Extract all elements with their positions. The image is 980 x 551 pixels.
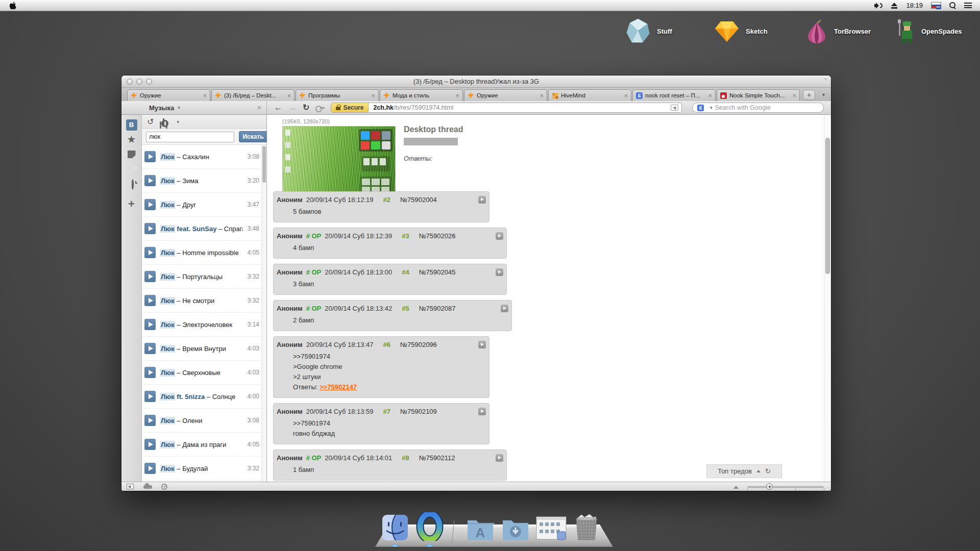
post-line-text[interactable]: >>75901974: [293, 419, 330, 427]
bookmarks-panel-icon[interactable]: ★: [127, 134, 136, 144]
menu-item[interactable]: [95, 0, 105, 11]
top-threads-button[interactable]: Топ тредов ↻: [706, 464, 782, 478]
zoom-menu-icon[interactable]: [733, 486, 739, 489]
track-row[interactable]: Люк – Электрочеловек 3:14: [142, 313, 266, 337]
op-image-thumbnail[interactable]: [282, 126, 396, 198]
menu-item[interactable]: [75, 0, 85, 11]
track-row[interactable]: Люк – Португальцы 3:32: [142, 265, 266, 289]
play-button[interactable]: [144, 319, 156, 330]
spotlight-icon[interactable]: [949, 2, 956, 9]
url-text[interactable]: 2ch.hk/b/res/75901974.html: [373, 104, 453, 111]
menu-item[interactable]: [23, 0, 34, 11]
window-corner-icon[interactable]: ⌝: [824, 78, 827, 84]
panel-close-icon[interactable]: ×: [257, 104, 261, 112]
content-scrollbar[interactable]: [824, 115, 830, 482]
post-reply-link[interactable]: >>75902147: [320, 383, 357, 391]
back-button[interactable]: ←: [274, 104, 282, 112]
play-button[interactable]: [144, 223, 156, 234]
menu-item[interactable]: [44, 0, 54, 11]
post-expand-button[interactable]: [478, 341, 486, 348]
post-index-link[interactable]: #4: [402, 268, 409, 276]
track-title[interactable]: Люк – Не смотри: [160, 297, 243, 305]
post-index-link[interactable]: #3: [402, 232, 409, 240]
post-number-link[interactable]: №75902096: [400, 341, 437, 348]
post-line-text[interactable]: 4 бамп: [293, 244, 314, 252]
track-title[interactable]: Люк – Зима: [160, 177, 243, 185]
tab-list-dropdown-icon[interactable]: ▾: [822, 92, 825, 97]
post-line-text[interactable]: Ответы:: [293, 383, 318, 391]
zoom-slider-knob[interactable]: [766, 483, 773, 490]
track-title[interactable]: Люк – Португальцы: [160, 273, 243, 281]
track-title[interactable]: Люк feat. SunSay – Спрага: [160, 225, 243, 233]
desktop-icon-openspades[interactable]: OpenSpades: [895, 18, 980, 44]
desktop-icon-torbrowser[interactable]: TorBrowser: [805, 18, 892, 44]
panel-toggle-icon[interactable]: [127, 484, 134, 489]
track-title[interactable]: Люк – Homme impossible: [160, 249, 243, 257]
tab-close-icon[interactable]: ×: [624, 92, 628, 99]
track-title[interactable]: Люк – Сахалин: [160, 153, 243, 161]
post-expand-button[interactable]: [478, 408, 486, 415]
desktop-icon-stuff[interactable]: Stuff: [625, 18, 712, 44]
post-line-text[interactable]: >Google chrome: [293, 363, 342, 370]
post-index-link[interactable]: #7: [383, 408, 390, 415]
play-button[interactable]: [144, 415, 156, 426]
panel-scrollbar[interactable]: [261, 145, 266, 482]
window-titlebar[interactable]: (3) /Б/ред – Desktop threadУжал из-за 3G…: [121, 76, 831, 88]
track-row[interactable]: Люк – Сахалин 3:08: [142, 145, 266, 169]
track-title[interactable]: Люк – Электрочеловек: [160, 321, 243, 329]
dock-finder-icon[interactable]: [382, 514, 408, 543]
track-title[interactable]: Люк – Время Внутри: [160, 345, 243, 353]
share-icon[interactable]: [671, 105, 678, 111]
menu-item[interactable]: [34, 0, 44, 11]
browser-tab[interactable]: Программы ×: [296, 89, 379, 101]
post-expand-button[interactable]: [496, 454, 503, 462]
play-button[interactable]: [144, 199, 156, 210]
notes-panel-icon[interactable]: [128, 151, 136, 158]
music-search-input[interactable]: [146, 132, 234, 142]
music-search-button[interactable]: Искать: [239, 131, 267, 142]
dock-minimized-window[interactable]: [536, 516, 567, 543]
play-button[interactable]: [144, 367, 156, 378]
track-row[interactable]: Люк – Не смотри 3:32: [142, 289, 266, 313]
post-line-text[interactable]: >>75901974: [293, 353, 330, 360]
track-row[interactable]: Люк – Олени 3:08: [142, 409, 266, 433]
post-number-link[interactable]: №75902026: [419, 232, 456, 240]
tab-close-icon[interactable]: ×: [203, 92, 207, 99]
browser-tab[interactable]: Оружие ×: [127, 89, 210, 101]
play-button[interactable]: [144, 271, 156, 282]
post-expand-button[interactable]: [478, 196, 486, 204]
refresh-icon[interactable]: ↻: [765, 468, 771, 474]
dock-applications-folder-icon[interactable]: A: [466, 516, 495, 543]
menu-item[interactable]: [64, 0, 75, 11]
track-title[interactable]: Люк – Будулай: [160, 465, 243, 472]
track-row[interactable]: Люк – Сверхновые 4:03: [142, 361, 266, 385]
play-button[interactable]: [144, 175, 156, 186]
post-expand-button[interactable]: [496, 268, 503, 276]
gear-icon[interactable]: [160, 118, 167, 126]
track-row[interactable]: Люк ft. 5nizza – Солнце 4:00: [142, 385, 266, 409]
search-engine-caret-icon[interactable]: ▾: [710, 105, 713, 110]
track-title[interactable]: Люк – Дама из праги: [160, 441, 243, 448]
post-number-link[interactable]: №75902087: [419, 305, 456, 312]
track-row[interactable]: Люк – Зима 3:20: [142, 169, 266, 193]
desktop-icon-sketch[interactable]: Sketch: [714, 18, 801, 44]
refresh-icon[interactable]: ↺: [147, 118, 154, 126]
add-panel-icon[interactable]: +: [128, 198, 135, 210]
forward-button[interactable]: →: [288, 104, 297, 112]
search-input[interactable]: [715, 104, 819, 111]
track-row[interactable]: Люк – Друг 3:47: [142, 193, 266, 217]
post-line-text[interactable]: говно блджад: [293, 430, 335, 437]
reload-button[interactable]: ↻: [303, 104, 309, 112]
new-tab-button[interactable]: +: [803, 90, 815, 100]
volume-icon[interactable]: [874, 3, 883, 9]
post-index-link[interactable]: #2: [383, 196, 390, 204]
track-title[interactable]: Люк – Друг: [160, 201, 243, 209]
notification-center-icon[interactable]: [964, 3, 972, 8]
play-button[interactable]: [144, 247, 156, 258]
collapse-icon[interactable]: [756, 470, 761, 472]
track-row[interactable]: Люк – Homme impossible 4:05: [142, 241, 266, 265]
tab-close-icon[interactable]: ×: [287, 92, 291, 99]
post-line-text[interactable]: 1 бамп: [293, 466, 314, 473]
opera-turbo-icon[interactable]: [161, 484, 167, 490]
keyboard-layout-flag-icon[interactable]: РС: [931, 2, 941, 9]
